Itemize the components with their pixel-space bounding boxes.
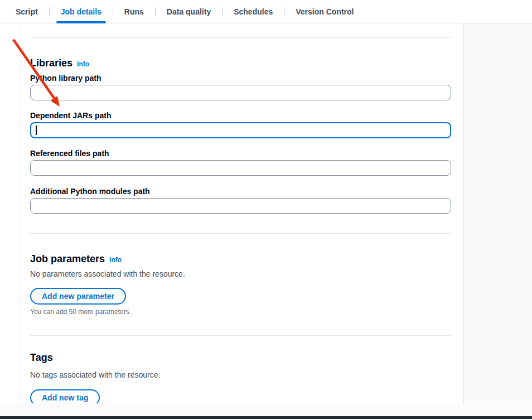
additional-python-modules-path-label: Additional Python modules path — [30, 186, 451, 197]
glue-job-details-page: Script Job details Runs Data quality Sch… — [0, 0, 532, 420]
job-parameters-section-header: Job parameters Info — [30, 253, 451, 265]
tags-empty-text: No tags associated with the resource. — [30, 369, 451, 380]
tab-label: Schedules — [234, 7, 273, 16]
tab-script[interactable]: Script — [4, 0, 49, 23]
tab-label: Job details — [61, 7, 101, 16]
section-divider — [30, 335, 451, 336]
left-gutter — [0, 23, 21, 403]
job-parameters-info-link[interactable]: Info — [109, 255, 122, 264]
dependent-jars-path-input[interactable] — [30, 122, 451, 138]
job-parameters-title: Job parameters — [30, 253, 105, 265]
tab-label: Data quality — [167, 7, 211, 16]
section-divider — [30, 233, 451, 234]
tags-section-header: Tags — [30, 351, 451, 364]
page-body: Libraries Info Python library path Depen… — [0, 23, 532, 403]
tab-job-details[interactable]: Job details — [50, 0, 113, 23]
tab-label: Version Control — [296, 7, 354, 16]
bottom-strip — [0, 403, 532, 416]
dependent-jars-path-input-wrap — [30, 122, 451, 138]
python-library-path-label: Python library path — [30, 73, 451, 84]
right-gutter — [464, 23, 532, 403]
tab-data-quality[interactable]: Data quality — [156, 0, 222, 23]
tab-label: Runs — [124, 7, 144, 16]
section-divider — [30, 37, 451, 38]
referenced-files-path-input[interactable] — [30, 160, 451, 176]
additional-python-modules-path-input[interactable] — [30, 198, 451, 214]
tab-runs[interactable]: Runs — [113, 0, 155, 23]
tab-version-control[interactable]: Version Control — [284, 0, 365, 23]
job-details-panel: Libraries Info Python library path Depen… — [21, 23, 464, 403]
dependent-jars-path-label: Dependent JARs path — [30, 110, 451, 121]
libraries-title: Libraries — [30, 57, 72, 69]
add-new-parameter-button[interactable]: Add new parameter — [30, 288, 126, 305]
add-new-tag-button[interactable]: Add new tag — [30, 389, 100, 403]
tags-title: Tags — [30, 351, 53, 364]
libraries-section-header: Libraries Info — [30, 57, 451, 69]
libraries-info-link[interactable]: Info — [77, 60, 89, 69]
referenced-files-path-label: Referenced files path — [30, 148, 451, 159]
python-library-path-input[interactable] — [30, 85, 451, 100]
job-parameters-helper-text: You can add 50 more parameters. — [30, 307, 451, 316]
tab-bar: Script Job details Runs Data quality Sch… — [0, 0, 532, 23]
job-parameters-empty-text: No parameters associated with the resour… — [30, 268, 451, 279]
tab-label: Script — [16, 7, 38, 16]
tab-schedules[interactable]: Schedules — [223, 0, 284, 23]
